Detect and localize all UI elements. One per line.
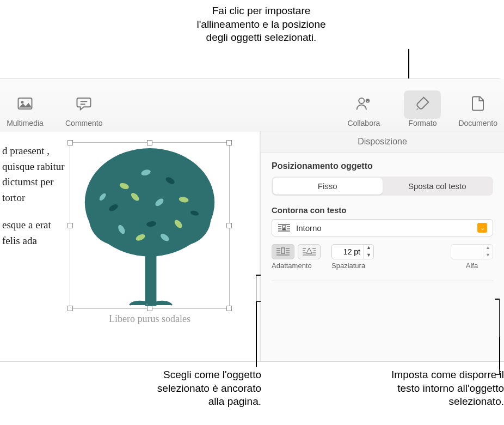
toolbar-item-documento[interactable]: Documento	[458, 90, 497, 127]
image-caption[interactable]: Libero purus sodales	[70, 313, 230, 325]
app-window: Multimedia Commento + Collabora Formato	[0, 78, 504, 362]
stepper-down-icon[interactable]: ▼	[483, 252, 493, 259]
toolbar-label: Commento	[65, 119, 102, 127]
toolbar-item-commento[interactable]: Commento	[65, 90, 102, 127]
resize-handle[interactable]	[67, 306, 73, 311]
svg-point-1	[21, 101, 24, 104]
fit-rect-icon	[276, 247, 290, 256]
spacing-label: Spaziatura	[331, 262, 365, 270]
callout-bracket-left	[256, 275, 260, 302]
seg-label: Fisso	[318, 181, 337, 191]
resize-handle[interactable]	[67, 140, 73, 145]
comment-icon	[74, 94, 94, 113]
alpha-label: Alfa	[466, 262, 478, 270]
resize-handle[interactable]	[226, 223, 232, 228]
svg-text:+: +	[367, 99, 369, 103]
spacing-input[interactable]	[332, 247, 364, 256]
spacing-stepper[interactable]: ▲ ▼	[331, 244, 374, 259]
callout-bottom-right: Imposta come disporre il testo intorno a…	[343, 368, 504, 409]
dropdown-chevron-icon: ⌄	[477, 223, 487, 233]
section-title-position: Posizionamento oggetto	[272, 161, 493, 171]
alpha-stepper[interactable]: ▲ ▼	[451, 244, 493, 259]
format-brush-icon	[413, 94, 432, 113]
stepper-up-icon[interactable]: ▲	[483, 244, 493, 252]
resize-handle[interactable]	[147, 306, 152, 311]
callout-line-br	[499, 337, 500, 369]
fit-contour-icon	[302, 247, 316, 256]
seg-fixed-button[interactable]: Fisso	[273, 178, 383, 195]
alpha-input[interactable]	[451, 247, 483, 256]
inspector-tab-label: Disposizione	[358, 137, 407, 146]
content-area: d praesent , quisque rabitur dictumst pe…	[0, 131, 504, 361]
svg-point-4	[359, 98, 365, 104]
stepper-down-icon[interactable]: ▼	[364, 252, 373, 259]
resize-handle[interactable]	[147, 140, 152, 145]
fit-label: Adattamento	[272, 262, 312, 270]
selected-image-object[interactable]	[70, 142, 230, 309]
document-icon	[468, 94, 488, 113]
toolbar-label: Documento	[458, 119, 497, 127]
callout-bottom-left: Scegli come l'oggetto selezionato è anco…	[98, 368, 261, 409]
toolbar-label: Formato	[408, 119, 437, 127]
toolbar-item-formato[interactable]: Formato	[404, 90, 441, 127]
callout-top-line	[408, 49, 409, 78]
stepper-up-icon[interactable]: ▲	[364, 244, 373, 252]
wrap-mode-value: Intorno	[296, 223, 322, 233]
callout-line-bl	[256, 302, 257, 367]
object-placement-segmented: Fisso Sposta col testo	[272, 177, 493, 196]
collaborate-icon: +	[354, 94, 373, 113]
format-inspector: Disposizione Posizionamento oggetto Fiss…	[260, 131, 504, 361]
inspector-tab-disposizione[interactable]: Disposizione	[261, 131, 504, 153]
callout-top-text: Fai clic per impostare l'allineamento e …	[147, 4, 376, 45]
document-text: d praesent , quisque rabitur dictumst pe…	[0, 143, 65, 260]
toolbar-item-multimedia[interactable]: Multimedia	[7, 90, 44, 127]
tree-illustration-icon	[70, 143, 229, 308]
wrap-around-icon	[278, 223, 291, 232]
toolbar-item-collabora[interactable]: + Collabora	[345, 90, 382, 127]
svg-rect-37	[281, 248, 285, 253]
doc-paragraph: esque a erat felis ada	[2, 217, 65, 248]
panel-divider	[272, 281, 493, 281]
photo-icon	[15, 94, 35, 113]
fit-rect-button[interactable]	[272, 244, 294, 259]
document-canvas[interactable]: d praesent , quisque rabitur dictumst pe…	[0, 131, 260, 361]
toolbar-label: Collabora	[347, 119, 380, 127]
text-fit-buttons	[272, 244, 321, 259]
callout-bl-text: Scegli come l'oggetto selezionato è anco…	[98, 368, 261, 409]
fit-contour-button[interactable]	[298, 244, 321, 259]
resize-handle[interactable]	[226, 306, 232, 311]
resize-handle[interactable]	[67, 223, 73, 228]
resize-handle[interactable]	[226, 140, 232, 145]
toolbar-label: Multimedia	[7, 119, 44, 127]
toolbar: Multimedia Commento + Collabora Formato	[0, 79, 504, 131]
wrap-mode-dropdown[interactable]: Intorno ⌄	[272, 219, 493, 236]
doc-paragraph: d praesent , quisque rabitur dictumst pe…	[2, 143, 65, 205]
section-title-wrap: Contorna con testo	[272, 205, 493, 215]
seg-label: Sposta col testo	[408, 181, 466, 191]
callout-br-text: Imposta come disporre il testo intorno a…	[343, 368, 504, 409]
seg-move-with-text-button[interactable]: Sposta col testo	[383, 178, 493, 195]
callout-top: Fai clic per impostare l'allineamento e …	[147, 4, 376, 45]
